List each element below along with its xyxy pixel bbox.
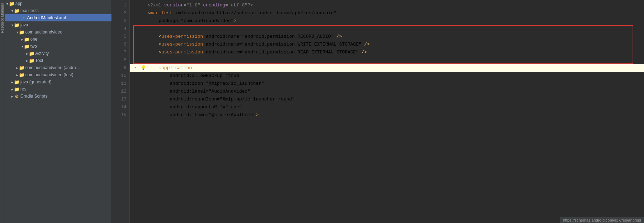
- tree-arrow-expanded: ▾: [16, 30, 18, 34]
- code-line-12: android:label="AudioAndVideo": [130, 88, 644, 95]
- tree-item-java[interactable]: ▾📁java: [5, 21, 111, 28]
- tree-item-activity[interactable]: ▸📁Activity: [5, 50, 111, 57]
- line-marker-6: [133, 42, 139, 47]
- tree-item-label: com.audioandvideo (test): [25, 72, 73, 77]
- code-text: <manifest xmlns:android="http://schemas.…: [147, 9, 337, 17]
- line-marker-15: [133, 112, 139, 118]
- code-line-6: <uses-permission android:name="android.p…: [130, 41, 644, 48]
- tree-item-label: java (generated): [20, 79, 51, 84]
- code-text: <uses-permission android:name="android.p…: [147, 48, 367, 56]
- folder-icon: 📁: [14, 86, 20, 92]
- folder-icon: 📁: [29, 58, 35, 63]
- status-text: https://schemas.android.com/apk/res/andr…: [563, 218, 641, 222]
- no-bulb-marker: [140, 112, 146, 118]
- tree-item-gradle[interactable]: ▸⚙Gradle Scripts: [5, 93, 111, 100]
- no-bulb-marker: [140, 81, 146, 87]
- folder-icon: 📁: [14, 22, 20, 28]
- no-bulb-marker: [140, 73, 146, 79]
- line-number-14: 14: [112, 103, 129, 111]
- no-bulb-marker: [140, 42, 146, 47]
- folder-icon: 📁: [24, 36, 30, 42]
- line-marker-11: [133, 81, 139, 87]
- line-marker-12: [133, 89, 139, 94]
- code-text: <uses-permission android:name="android.p…: [147, 41, 370, 48]
- tree-arrow-collapsed: ▸: [26, 59, 28, 63]
- tree-arrow-collapsed: ▸: [11, 94, 13, 98]
- code-line-9: ▾💡 <application: [130, 64, 644, 72]
- no-bulb-marker: [140, 34, 146, 40]
- tree-item-manifests[interactable]: ▾📁manifests: [5, 7, 111, 14]
- line-number-5: 5: [112, 33, 129, 41]
- tree-item-com.audioandvideo[interactable]: ▾📁com.audioandvideo: [5, 28, 111, 36]
- folder-icon: 📁: [19, 29, 25, 35]
- code-text: android:roundIcon="@mipmap/ic_launcher_r…: [147, 95, 295, 103]
- code-text: android:supportsRtl="true": [147, 103, 242, 111]
- tree-item-label: Gradle Scripts: [20, 94, 47, 99]
- line-number-2: 2: [112, 9, 129, 17]
- code-editor[interactable]: 123456789101112131415 <?xml version="1.0…: [112, 0, 644, 223]
- tree-item-app[interactable]: ▾📁app: [5, 0, 111, 7]
- no-bulb-marker: [140, 89, 146, 94]
- tree-item-tool[interactable]: ▸📁Tool: [5, 57, 111, 64]
- line-marker-9: ▾: [133, 65, 139, 71]
- line-number-13: 13: [112, 95, 129, 103]
- tree-item-com.audioandvideo.android[interactable]: ▸📁com.audioandvideo (andro…: [5, 64, 111, 71]
- code-text: android:theme="@style/AppTheme">: [147, 111, 259, 119]
- code-line-3: package="com.audioandvideo">: [130, 17, 644, 25]
- tree-item-label: AndroidManifest.xml: [27, 15, 66, 20]
- line-marker-13: [133, 97, 139, 102]
- bulb-icon[interactable]: 💡: [141, 64, 146, 72]
- bulb-marker[interactable]: 💡: [140, 65, 146, 71]
- tree-item-label: res: [20, 87, 26, 92]
- tree-item-label: one: [30, 37, 37, 42]
- line-marker-7: [133, 50, 139, 55]
- tree-item-two[interactable]: ▾📁two: [5, 43, 111, 50]
- fold-arrow[interactable]: ▾: [134, 64, 136, 72]
- folder-icon: 📁: [14, 8, 20, 14]
- no-bulb-marker: [140, 57, 146, 63]
- no-bulb-marker: [140, 104, 146, 110]
- code-text: android:label="AudioAndVideo": [147, 88, 250, 95]
- folder-icon: 📁: [14, 79, 20, 85]
- tree-item-androidmanifest[interactable]: ✦AndroidManifest.xml: [5, 14, 111, 21]
- folder-icon: 📁: [19, 72, 25, 78]
- code-text: android:allowBackup="true": [147, 72, 242, 80]
- folder-icon: 📁: [9, 1, 15, 6]
- tree-arrow-collapsed: ▸: [16, 66, 18, 70]
- tree-arrow-expanded: ▾: [21, 45, 23, 48]
- no-bulb-marker: [140, 26, 146, 32]
- resource-manager-tab[interactable]: Resource Manager: [0, 0, 5, 36]
- manifest-icon: ✦: [21, 15, 26, 21]
- line-number-11: 11: [112, 80, 129, 88]
- code-line-15: android:theme="@style/AppTheme">: [130, 111, 644, 119]
- code-line-1: <?xml version="1.0" encoding="utf-8"?>: [130, 1, 644, 9]
- line-numbers: 123456789101112131415: [112, 0, 130, 223]
- tree-item-label: manifests: [20, 8, 38, 13]
- line-marker-10: [133, 73, 139, 79]
- no-bulb-marker: [140, 2, 146, 8]
- line-marker-8: [133, 57, 139, 63]
- tree-arrow-collapsed: ▸: [16, 73, 18, 77]
- tree-item-label: two: [30, 44, 37, 49]
- left-panel-tabs: Resource Manager: [0, 0, 5, 223]
- tree-item-com.audioandvideo.test[interactable]: ▸📁com.audioandvideo (test): [5, 71, 111, 78]
- line-number-10: 10: [112, 72, 129, 80]
- line-marker-2: [133, 10, 139, 16]
- tree-item-one[interactable]: ▸📁one: [5, 36, 111, 43]
- code-line-7: <uses-permission android:name="android.p…: [130, 48, 644, 56]
- code-text: <uses-permission android:name="android.p…: [147, 33, 342, 41]
- tree-item-res[interactable]: ▸📁res: [5, 85, 111, 93]
- tree-item-label: java: [20, 22, 28, 27]
- tree-item-java.generated[interactable]: ▸📁java (generated): [5, 78, 111, 85]
- code-text: <application: [147, 64, 192, 72]
- line-number-7: 7: [112, 48, 129, 56]
- status-bar: https://schemas.android.com/apk/res/andr…: [560, 217, 644, 223]
- tree-arrow-expanded: ▾: [11, 23, 13, 27]
- tree-item-label: com.audioandvideo (andro…: [25, 65, 80, 70]
- tree-arrow-expanded: ▾: [11, 9, 13, 13]
- line-marker-5: [133, 34, 139, 40]
- line-number-15: 15: [112, 111, 129, 119]
- code-line-13: android:roundIcon="@mipmap/ic_launcher_r…: [130, 95, 644, 103]
- line-number-1: 1: [112, 1, 129, 9]
- line-marker-1: [133, 2, 139, 8]
